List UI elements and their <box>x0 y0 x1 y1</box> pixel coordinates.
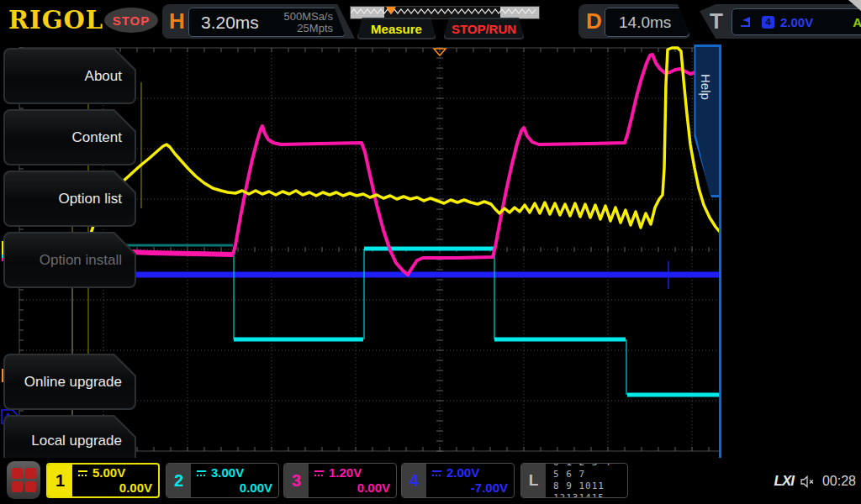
channel-1-status[interactable]: 1 5.00V 0.00V <box>46 463 160 498</box>
help-menu-panel <box>721 42 861 470</box>
help-tab-label: Help <box>699 74 713 100</box>
d-label: D <box>586 8 602 34</box>
channel-3-status[interactable]: 3 1.20V 0.00V <box>283 463 397 498</box>
trigger-info-box[interactable]: 4 2.00V A <box>732 8 861 35</box>
menu-item-online-upgrade[interactable]: Online upgrade <box>3 354 136 410</box>
grid-icon <box>12 468 23 479</box>
menu-item-option-install[interactable]: Option install <box>3 232 136 288</box>
help-menu-tab[interactable]: Help <box>689 45 721 197</box>
channel-4-scale: 2.00V <box>446 465 479 480</box>
menu-item-option-list[interactable]: Option list <box>3 171 136 227</box>
channel-2-status[interactable]: 2 3.00V 0.00V <box>166 463 279 498</box>
delay-value-box[interactable]: 14.0ms <box>605 8 689 37</box>
delay-panel[interactable]: D 14.0ms <box>578 4 691 39</box>
app-menu-button[interactable] <box>7 461 40 499</box>
channel-4-status[interactable]: 4 2.00V -7.00V <box>401 463 515 498</box>
corner-arrow-icon[interactable] <box>848 0 861 11</box>
acquisition-info: 500MSa/s 25Mpts <box>283 11 345 34</box>
trigger-level: 2.00V <box>780 15 813 29</box>
digital-row-1: 0 1 2 3 4 5 6 7 <box>553 463 621 480</box>
trigger-panel[interactable]: T 4 2.00V A <box>700 4 861 39</box>
channel-3-offset: 0.00V <box>314 480 390 496</box>
channel-4-offset: -7.00V <box>431 480 508 496</box>
sample-rate: 500MSa/s <box>283 11 333 23</box>
oscilloscope-screen: 1T4T RIGOL STOP H 3.20ms 500MSa/s 25Mpts… <box>0 0 861 504</box>
delay-value: 14.0ms <box>619 13 671 32</box>
horizontal-timebase-panel[interactable]: H 3.20ms 500MSa/s 25Mpts <box>162 4 355 39</box>
dc-coupling-icon <box>431 470 442 477</box>
digital-badge: L <box>521 464 546 497</box>
t-label: T <box>710 8 723 34</box>
top-bar: RIGOL STOP H 3.20ms 500MSa/s 25Mpts Meas… <box>0 0 861 42</box>
hpos-marker-icon[interactable] <box>386 7 396 14</box>
timebase-value: 3.20ms <box>201 13 259 33</box>
trace-ch3 <box>233 55 706 275</box>
memory-depth: 25Mpts <box>283 23 333 34</box>
timebase-value-box[interactable]: 3.20ms 500MSa/s 25Mpts <box>188 8 346 37</box>
channel-4-badge: 4 <box>402 464 426 497</box>
menu-item-content[interactable]: Content <box>3 109 136 165</box>
dc-coupling-icon <box>77 470 88 477</box>
channel-1-badge: 1 <box>48 465 72 496</box>
measure-button[interactable]: Measure <box>357 18 436 39</box>
speaker-muted-icon[interactable] <box>800 475 816 488</box>
channel-1-offset: 0.00V <box>77 480 152 496</box>
lxi-logo: LXI <box>774 473 794 490</box>
trace-ch1 <box>87 48 720 247</box>
falling-edge-icon <box>739 15 756 29</box>
stop-run-button[interactable]: STOP/RUN <box>443 18 525 39</box>
horizontal-position-bar[interactable] <box>350 6 540 19</box>
channel-2-offset: 0.00V <box>196 480 272 496</box>
trigger-source-badge: 4 <box>762 16 774 29</box>
channel-3-scale: 1.20V <box>329 465 362 480</box>
trigger-mode-badge: A <box>853 15 861 29</box>
dc-coupling-icon <box>196 470 207 477</box>
dc-coupling-icon <box>314 470 325 477</box>
channel-2-badge: 2 <box>166 464 191 497</box>
channel-3-badge: 3 <box>284 464 309 497</box>
rigol-logo: RIGOL <box>8 6 103 34</box>
run-state-badge: STOP <box>104 8 158 33</box>
h-label: H <box>169 8 185 34</box>
channel-2-scale: 3.00V <box>211 465 244 480</box>
hpos-zigzag <box>351 7 537 17</box>
menu-item-about[interactable]: About <box>3 48 136 104</box>
help-tab-bg <box>692 47 719 195</box>
clock: 00:28 <box>822 474 856 489</box>
channel-1-scale: 5.00V <box>92 465 125 480</box>
bottom-bar: 1 5.00V 0.00V 2 <box>0 458 861 504</box>
digital-channels-status[interactable]: L 0 1 2 3 4 5 6 7 8 9 1011 12131415 <box>520 463 628 498</box>
digital-row-2: 8 9 1011 12131415 <box>553 480 621 498</box>
